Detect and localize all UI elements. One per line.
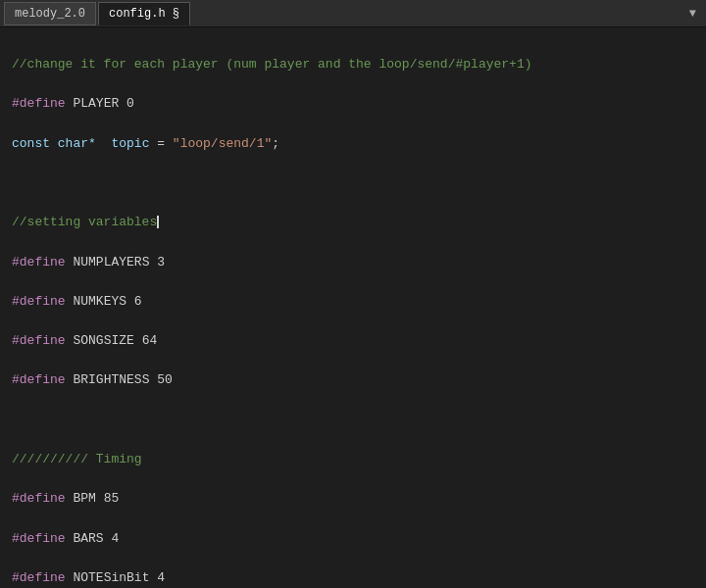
title-bar-dropdown[interactable]: ▼ [689,7,702,21]
code-editor[interactable]: //change it for each player (num player … [0,27,706,588]
line-8: #define SONGSIZE 64 [12,331,694,351]
line-6: #define NUMPLAYERS 3 [12,253,694,272]
line-4 [12,173,694,193]
line-7: #define NUMKEYS 6 [12,292,694,312]
line-13: #define BARS 4 [12,529,694,549]
line-2: #define PLAYER 0 [12,94,694,114]
line-11: ////////// Timing [12,450,694,469]
tab-config-label: config.h § [109,7,179,21]
line-5: //setting variables [12,213,694,232]
line-10 [12,411,694,430]
line-9: #define BRIGHTNESS 50 [12,370,694,390]
line-14: #define NOTESinBit 4 [12,568,694,588]
tab-config[interactable]: config.h § [98,2,190,25]
tab-melody[interactable]: melody_2.0 [4,2,96,25]
line-1: //change it for each player (num player … [12,55,694,74]
title-bar: melody_2.0 config.h § ▼ [0,0,706,27]
tab-melody-label: melody_2.0 [15,7,85,21]
line-12: #define BPM 85 [12,489,694,509]
line-3: const char* topic = "loop/send/1"; [12,134,694,154]
